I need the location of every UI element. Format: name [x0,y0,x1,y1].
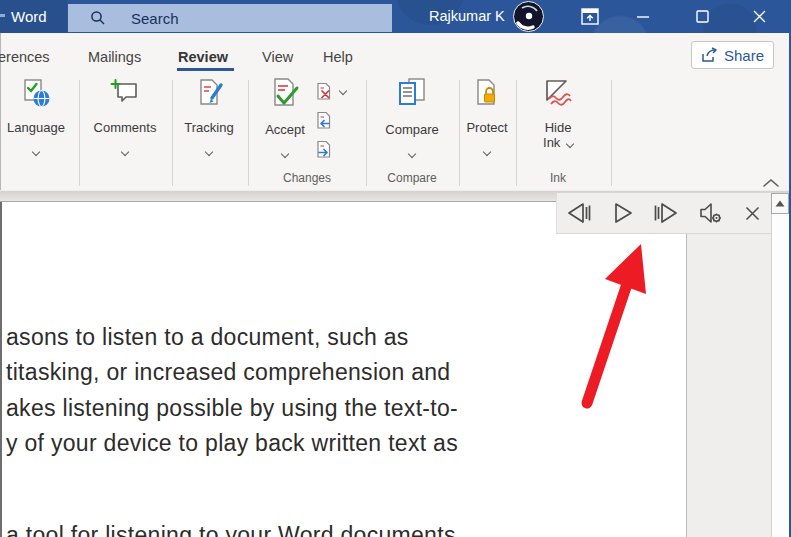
chevron-up-icon [761,177,781,189]
previous-icon [566,201,593,225]
tracking-button[interactable]: Tracking [174,77,244,149]
collapse-ribbon-button[interactable] [761,175,783,189]
chevron-down-icon [281,150,289,158]
document-text-line: y of your device to play back written te… [6,430,458,457]
document-text-line: a tool for listening to your Word docume… [6,522,456,537]
ribbon-display-options-button[interactable] [573,0,607,33]
reject-change-icon [315,82,333,101]
read-aloud-next-button[interactable] [643,193,689,234]
voice-settings-icon [698,201,723,225]
word-window: Word Search Rajkumar K [0,0,791,537]
document-text-line: titasking, or increased comprehension an… [6,359,450,386]
group-label-changes: Changes [272,171,342,185]
canvas-background [687,202,771,537]
close-icon [745,206,760,221]
reject-change-button[interactable] [315,78,353,104]
next-change-button[interactable] [315,136,353,162]
search-icon [90,10,106,26]
group-divider [172,80,173,186]
chevron-down-icon [32,148,40,156]
previous-change-icon [315,111,333,130]
compare-icon [394,77,430,115]
accept-label: Accept [250,122,320,137]
group-divider [248,80,249,186]
tab-references[interactable]: erences [0,46,50,68]
protect-icon [471,77,503,113]
scroll-up-button[interactable] [771,193,789,214]
maximize-button[interactable] [685,0,719,33]
tab-help[interactable]: Help [323,46,353,68]
language-button[interactable]: Language [1,77,71,149]
group-divider [79,80,80,186]
chevron-down-icon [566,140,574,148]
account-name[interactable]: Rajkumar K [429,0,505,33]
accept-icon [268,77,302,115]
tab-view[interactable]: View [262,46,293,68]
search-input[interactable]: Search [68,4,392,32]
group-label-compare: Compare [377,171,447,185]
play-icon [612,201,634,225]
document-text-line: akes listening possible by using the tex… [6,395,458,422]
comments-label: Comments [90,120,160,135]
minimize-icon [637,11,649,23]
hide-ink-button[interactable]: Hide Ink [523,77,593,150]
language-icon [20,77,52,113]
read-aloud-previous-button[interactable] [557,193,603,234]
chevron-down-icon [483,148,491,156]
search-placeholder: Search [131,10,179,27]
group-label-ink: Ink [523,171,593,185]
chevron-down-icon [339,87,347,95]
previous-change-button[interactable] [315,107,353,133]
tracking-icon [193,77,225,113]
chevron-down-icon [408,150,416,158]
app-name: Word [11,0,47,33]
comments-button[interactable]: Comments [90,77,160,149]
group-divider [366,80,367,186]
minimize-button[interactable] [626,0,660,33]
share-label: Share [724,47,764,64]
next-icon [652,201,679,225]
titlebar-clipped-fragment [0,14,5,17]
accept-button[interactable]: Accept [250,77,320,151]
close-icon [753,10,766,23]
active-tab-underline [177,68,234,71]
ribbon: erences Mailings Review View Help Share [0,33,791,190]
protect-button[interactable]: Protect [452,77,522,149]
read-aloud-settings-button[interactable] [688,193,733,234]
maximize-icon [696,10,709,23]
document-text-line: asons to listen to a document, such as [6,324,409,351]
share-button[interactable]: Share [691,41,774,69]
share-icon [701,47,718,63]
next-change-icon [315,140,333,159]
close-window-button[interactable] [742,0,776,33]
vertical-scrollbar[interactable] [771,193,789,537]
title-bar: Word Search Rajkumar K [0,0,791,33]
hide-ink-label-line2: Ink [543,135,560,150]
compare-button[interactable]: Compare [377,77,447,151]
tab-mailings[interactable]: Mailings [88,46,141,68]
group-divider [611,80,612,186]
document-page[interactable]: asons to listen to a document, such as t… [2,202,686,537]
read-aloud-toolbar [556,193,771,234]
tab-review[interactable]: Review [178,46,228,68]
read-aloud-play-button[interactable] [603,193,643,234]
read-aloud-close-button[interactable] [733,193,771,234]
ribbon-display-options-icon [581,8,599,25]
protect-label: Protect [452,120,522,135]
tracking-label: Tracking [174,120,244,135]
chevron-down-icon [121,148,129,156]
hide-ink-label-line1: Hide [545,120,572,135]
compare-label: Compare [377,122,447,137]
chevron-down-icon [205,148,213,156]
language-label: Language [1,120,71,135]
comments-icon [109,77,141,113]
avatar[interactable] [513,1,544,32]
hide-ink-icon [542,77,574,113]
triangle-up-icon [775,200,785,207]
